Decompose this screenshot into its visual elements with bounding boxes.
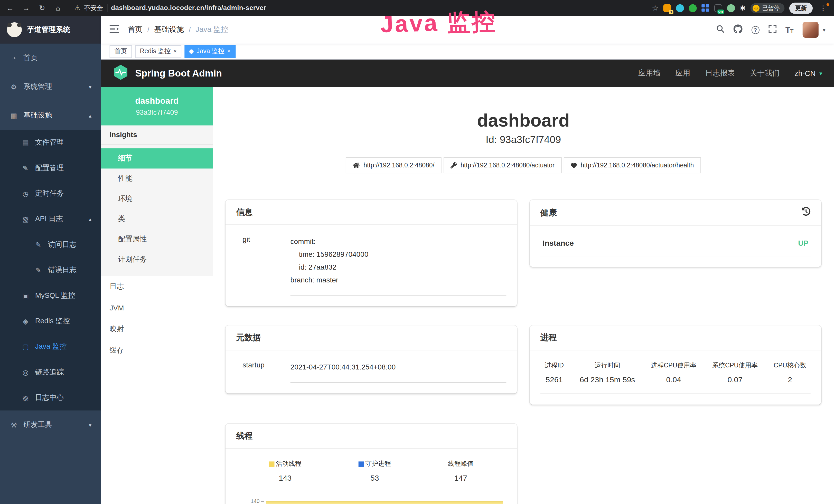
timer-icon: ◷ [21, 189, 30, 198]
page-title: dashboard [225, 110, 821, 131]
extension-orange-icon[interactable]: 1 [663, 4, 671, 12]
fullscreen-icon[interactable] [768, 25, 776, 35]
tag-home[interactable]: 首页 [110, 45, 132, 58]
extension-green-circle-icon[interactable] [689, 4, 697, 12]
threads-card: 线程 活动线程 143 守护进程 53 [225, 423, 517, 504]
git-time-line: time: 1596289704000 [290, 248, 506, 261]
extension-dark-icon[interactable]: on [714, 4, 722, 12]
link-chip-root[interactable]: http://192.168.0.2:48080/ [346, 157, 441, 173]
history-icon[interactable] [802, 207, 811, 219]
menu-item-details[interactable]: 细节 [101, 148, 213, 169]
sidebar-item-error-log[interactable]: ✎ 错误日志 [0, 257, 101, 283]
tools-icon: ⚒ [9, 421, 18, 429]
card-title: 进程 [541, 332, 557, 343]
sba-nav-journal[interactable]: 日志报表 [705, 69, 735, 78]
sidebar-item-java[interactable]: ▢ Java 监控 [0, 334, 101, 359]
log-center-icon: ▨ [21, 394, 30, 402]
breadcrumb-separator: / [189, 25, 191, 34]
extension-drop-icon[interactable] [676, 4, 684, 12]
sidebar-item-mysql[interactable]: ▣ MySQL 监控 [0, 283, 101, 308]
process-card: 进程 进程ID 5261 运行时间 6d 23h 15m 59 [530, 325, 821, 405]
sidebar-item-system[interactable]: ⚙ 系统管理 ▾ [0, 72, 101, 101]
logo-image [7, 22, 22, 37]
redis-monitor-icon: ◈ [21, 317, 30, 325]
app-logo[interactable]: 芋道管理系统 [0, 16, 101, 44]
instance-header[interactable]: dashboard 93a3fc7f7409 [101, 87, 213, 125]
user-avatar[interactable] [803, 22, 818, 38]
sidebar-item-trace[interactable]: ◎ 链路追踪 [0, 360, 101, 385]
live-threads-swatch [269, 461, 274, 466]
reload-button[interactable]: ↻ [37, 4, 47, 12]
menu-item-environment[interactable]: 环境 [101, 189, 213, 209]
chevron-up-icon: ▴ [89, 112, 91, 118]
menu-item-config-props[interactable]: 配置属性 [101, 229, 213, 249]
chevron-down-icon: ▾ [89, 422, 91, 428]
github-icon[interactable] [733, 24, 742, 35]
breadcrumb-home[interactable]: 首页 [128, 25, 142, 35]
breadcrumb: 首页 / 基础设施 / Java 监控 [128, 25, 228, 35]
legend-live-threads: 活动线程 143 [269, 459, 301, 482]
update-button[interactable]: 更新 [789, 2, 813, 13]
menu-item-logs[interactable]: 日志 [101, 276, 213, 297]
menu-item-performance[interactable]: 性能 [101, 168, 213, 189]
git-id-line: id: 27aa832 [290, 261, 506, 274]
hamburger-icon[interactable] [110, 25, 119, 35]
sidebar-item-access-log[interactable]: ✎ 访问日志 [0, 232, 101, 257]
sidebar-item-label: 文件管理 [35, 138, 64, 147]
sba-nav-applications[interactable]: 应用 [675, 69, 690, 78]
extension-leaf-icon[interactable] [727, 4, 735, 12]
insights-group: 细节 性能 环境 类 配置属性 计划任务 [101, 144, 213, 276]
search-icon[interactable] [716, 25, 724, 35]
bookmark-star-icon[interactable]: ☆ [652, 4, 659, 12]
metadata-key: startup [236, 361, 290, 383]
sidebar-item-devtools[interactable]: ⚒ 研发工具 ▾ [0, 411, 101, 439]
forward-button[interactable]: → [21, 4, 31, 12]
extension-puzzle-icon[interactable]: ✱ [740, 4, 746, 12]
sidebar-item-infra[interactable]: ▦ 基础设施 ▴ [0, 101, 101, 130]
menu-item-classes[interactable]: 类 [101, 209, 213, 229]
back-button[interactable]: ← [5, 4, 15, 12]
sidebar-item-label: 访问日志 [48, 240, 76, 249]
home-button[interactable]: ⌂ [53, 4, 63, 12]
menu-item-caches[interactable]: 缓存 [101, 340, 213, 361]
menu-item-jvm[interactable]: JVM [101, 297, 213, 319]
sidebar-item-home[interactable]: ◔ 首页 [0, 44, 101, 72]
link-chip-health[interactable]: http://192.168.0.2:48080/actuator/health [564, 157, 701, 173]
sidebar-item-log-center[interactable]: ▨ 日志中心 [0, 385, 101, 410]
browser-toolbar-right: ☆ 1 on ✱ ☺ 已暂停 更新 ⋮ [652, 2, 829, 13]
close-icon[interactable]: × [173, 48, 177, 54]
sidebar-item-config[interactable]: ✎ 配置管理 [0, 155, 101, 181]
locale-selector[interactable]: zh-CN ▾ [794, 69, 822, 77]
browser-menu-icon[interactable]: ⋮ [817, 4, 829, 12]
info-value: commit: time: 1596289704000 id: 27aa832 … [290, 235, 506, 296]
close-icon[interactable]: × [227, 48, 231, 54]
paused-badge[interactable]: ☺ 已暂停 [750, 3, 785, 13]
breadcrumb-section[interactable]: 基础设施 [154, 25, 184, 35]
menu-item-mappings[interactable]: 映射 [101, 318, 213, 340]
sidebar-item-label: 系统管理 [23, 82, 52, 91]
sidebar-item-file[interactable]: ▤ 文件管理 [0, 130, 101, 155]
tag-redis[interactable]: Redis 监控 × [135, 45, 182, 58]
sba-brand[interactable]: Spring Boot Admin [135, 68, 222, 79]
sba-nav-wall[interactable]: 应用墙 [638, 69, 660, 78]
link-chip-actuator[interactable]: http://192.168.0.2:48080/actuator [444, 157, 562, 173]
tag-java[interactable]: Java 监控 × [185, 45, 235, 58]
help-icon[interactable]: ? [751, 26, 759, 33]
font-size-icon[interactable]: TT [786, 25, 794, 34]
sidebar-item-redis[interactable]: ◈ Redis 监控 [0, 308, 101, 334]
extension-grid-icon[interactable] [701, 4, 709, 12]
sidebar-item-api-log[interactable]: ▧ API 日志 ▴ [0, 206, 101, 232]
menu-item-scheduled-tasks[interactable]: 计划任务 [101, 249, 213, 270]
sba-nav-about[interactable]: 关于我们 [750, 69, 780, 78]
tag-label: 首页 [114, 47, 127, 56]
live-threads-area [266, 501, 503, 504]
trace-icon: ◎ [21, 368, 30, 376]
y-axis-tick: 140 [236, 498, 259, 504]
stat-process-cpu: 进程CPU使用率 0.04 [651, 361, 696, 384]
address-bar[interactable]: ⚠ 不安全 dashboard.yudao.iocoder.cn/infra/a… [74, 3, 266, 12]
git-commit-line: commit: [290, 235, 506, 248]
screen: ← → ↻ ⌂ ⚠ 不安全 dashboard.yudao.iocoder.cn… [0, 0, 834, 504]
url-text: dashboard.yudao.iocoder.cn/infra/admin-s… [111, 4, 266, 12]
sidebar-item-label: Redis 监控 [35, 316, 70, 326]
sidebar-item-job[interactable]: ◷ 定时任务 [0, 181, 101, 206]
